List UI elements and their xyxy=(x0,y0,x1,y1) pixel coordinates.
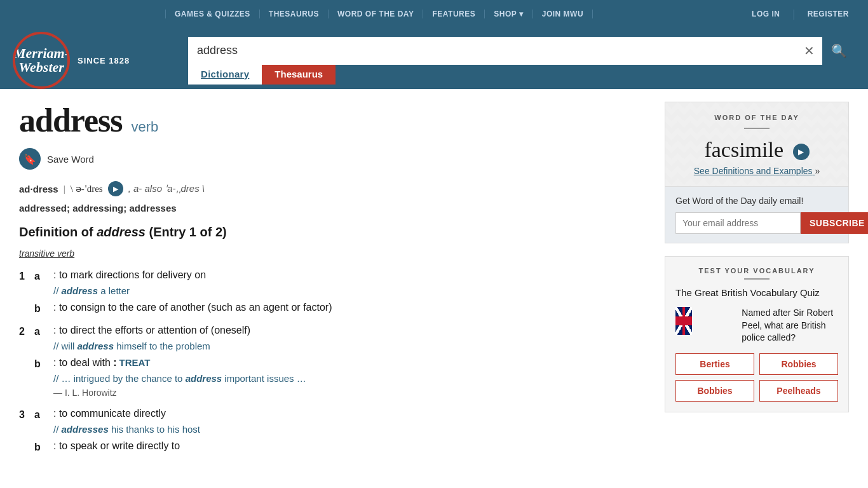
wotd-card: WORD OF THE DAY facsimile ▶ See Definiti… xyxy=(665,102,849,243)
definition-block-2: 2 a : to direct the efforts or attention… xyxy=(19,323,646,400)
pos-label[interactable]: transitive verb xyxy=(19,248,646,259)
phonetic-text: \ ə-ˈdres xyxy=(71,183,103,194)
word-pos: verb xyxy=(132,119,159,135)
logo-area: Merriam- Webster SINCE 1828 xyxy=(13,32,178,89)
search-input[interactable] xyxy=(188,37,796,65)
pronunciation-divider: | xyxy=(64,184,65,194)
features-link[interactable]: FEATURES xyxy=(423,10,485,18)
def-text: : to direct the efforts or attention of … xyxy=(53,323,646,338)
def-number xyxy=(19,355,34,400)
vocab-card: TEST YOUR VOCABULARY The Great British V… xyxy=(665,256,849,412)
email-input[interactable] xyxy=(675,212,801,234)
also-pronunciation: , a- also ˈa-ˌˌdres \ xyxy=(128,183,205,194)
attribution: — I. L. Horowitz xyxy=(53,386,646,400)
inflections: addressed; addressing; addresses xyxy=(19,203,646,214)
vocab-answer-bobbies[interactable]: Bobbies xyxy=(675,380,754,402)
vocab-answer-berties[interactable]: Berties xyxy=(675,353,754,375)
def-letter-a: a xyxy=(34,323,53,353)
top-navigation: GAMES & QUIZZES THESAURUS WORD OF THE DA… xyxy=(0,0,868,28)
def-row-3b: b : to speak or write directly to xyxy=(19,438,646,455)
def-number xyxy=(19,300,34,316)
def-example: // … intrigued by the chance to address … xyxy=(53,372,646,385)
search-button[interactable]: 🔍 xyxy=(822,37,855,65)
def-content-1b: : to consign to the care of another (suc… xyxy=(53,300,646,316)
word-title: address xyxy=(19,102,123,139)
pronunciation: ad·​dress | \ ə-ˈdres ▶ , a- also ˈa-ˌˌd… xyxy=(19,181,646,196)
def-row-2a: 2 a : to direct the efforts or attention… xyxy=(19,323,646,353)
audio-icon: ▶ xyxy=(798,147,804,157)
vocab-answer-peelheads[interactable]: Peelheads xyxy=(759,380,838,402)
games-quizzes-link[interactable]: GAMES & QUIZZES xyxy=(165,10,260,18)
join-mwu-link[interactable]: JOIN MWU xyxy=(533,10,593,18)
definition-heading: Definition of address (Entry 1 of 2) xyxy=(19,225,646,240)
save-word-row: 🔖 Save Word xyxy=(19,148,646,170)
vocab-divider xyxy=(744,278,770,280)
word-heading: address verb xyxy=(19,102,646,139)
def-content-2a: : to direct the efforts or attention of … xyxy=(53,323,646,353)
wotd-inner: WORD OF THE DAY facsimile ▶ See Definiti… xyxy=(665,102,848,186)
def-number: 2 xyxy=(19,323,34,353)
email-section: Get Word of the Day daily email! SUBSCRI… xyxy=(665,186,848,243)
vocab-quiz-title: The Great British Vocabulary Quiz xyxy=(675,287,838,298)
logo-circle[interactable]: Merriam- Webster xyxy=(13,32,70,89)
def-text: : to deal with :TREAT xyxy=(53,355,646,370)
def-letter-a: a xyxy=(34,268,53,297)
tab-dictionary[interactable]: Dictionary xyxy=(188,65,262,85)
def-content-1a: : to mark directions for delivery on // … xyxy=(53,268,646,297)
search-tabs: Dictionary Thesaurus xyxy=(188,65,855,85)
def-text: : to consign to the care of another (suc… xyxy=(53,300,646,315)
vocab-answers: Berties Robbies Bobbies Peelheads xyxy=(675,353,838,402)
wotd-label: WORD OF THE DAY xyxy=(678,114,836,121)
subscribe-button[interactable]: SUBSCRIBE xyxy=(801,212,868,234)
def-content-3b: : to speak or write directly to xyxy=(53,438,646,455)
clear-search-button[interactable]: ✕ xyxy=(796,37,822,65)
search-area: ✕ 🔍 Dictionary Thesaurus xyxy=(188,37,855,85)
vocab-title: TEST YOUR VOCABULARY xyxy=(675,267,838,274)
content-area: address verb 🔖 Save Word ad·​dress | \ ə… xyxy=(19,102,646,461)
definition-block-3: 3 a : to communicate directly // address… xyxy=(19,406,646,455)
def-row-3a: 3 a : to communicate directly // address… xyxy=(19,406,646,436)
def-letter-b: b xyxy=(34,300,53,316)
nav-links: GAMES & QUIZZES THESAURUS WORD OF THE DA… xyxy=(13,10,745,18)
def-number: 1 xyxy=(19,268,34,297)
wotd-see-link: See Definitions and Examples » xyxy=(678,166,836,176)
auth-links: LOG IN | REGISTER xyxy=(745,8,855,20)
wotd-word: facsimile ▶ xyxy=(678,138,836,162)
vocab-question-text: Named after Sir Robert Peel, what are Br… xyxy=(742,307,838,344)
save-word-label: Save Word xyxy=(47,154,94,165)
save-word-button[interactable]: 🔖 xyxy=(19,148,41,170)
def-letter-b: b xyxy=(34,355,53,400)
def-example: // will address himself to the problem xyxy=(53,339,646,353)
thesaurus-nav-link[interactable]: THESAURUS xyxy=(260,10,329,18)
word-of-day-link[interactable]: WORD OF THE DAY xyxy=(329,10,423,18)
def-content-2b: : to deal with :TREAT // … intrigued by … xyxy=(53,355,646,400)
wotd-audio-button[interactable]: ▶ xyxy=(793,144,810,160)
main-wrapper: address verb 🔖 Save Word ad·​dress | \ ə… xyxy=(0,89,868,474)
def-letter-b: b xyxy=(34,438,53,455)
def-example: // address a letter xyxy=(53,284,646,297)
def-number: 3 xyxy=(19,406,34,436)
login-link[interactable]: LOG IN xyxy=(745,10,786,18)
def-text: : to speak or write directly to xyxy=(53,438,646,454)
shop-link[interactable]: SHOP ▾ xyxy=(485,10,533,18)
word-syllables: ad·​dress xyxy=(19,184,58,194)
def-letter-a: a xyxy=(34,406,53,436)
vocab-question-row: Named after Sir Robert Peel, what are Br… xyxy=(675,307,838,344)
def-text: : to mark directions for delivery on xyxy=(53,268,646,283)
tab-thesaurus[interactable]: Thesaurus xyxy=(262,65,336,85)
uk-flag-image xyxy=(675,307,692,335)
audio-button[interactable]: ▶ xyxy=(108,181,123,196)
def-content-3a: : to communicate directly // addresses h… xyxy=(53,406,646,436)
logo-text: Merriam- Webster xyxy=(13,46,69,74)
header: Merriam- Webster SINCE 1828 ✕ 🔍 Dictiona… xyxy=(0,28,868,89)
vocab-answer-robbies[interactable]: Robbies xyxy=(759,353,838,375)
register-link[interactable]: REGISTER xyxy=(801,10,855,18)
treat-link[interactable]: TREAT xyxy=(119,357,151,368)
definition-block-1: 1 a : to mark directions for delivery on… xyxy=(19,268,646,316)
wotd-see-anchor[interactable]: See Definitions and Examples xyxy=(694,166,815,176)
search-icon: 🔍 xyxy=(831,43,847,58)
wotd-divider xyxy=(744,128,770,129)
def-example: // addresses his thanks to his host xyxy=(53,423,646,436)
def-row-2b: b : to deal with :TREAT // … intrigued b… xyxy=(19,355,646,400)
audio-icon: ▶ xyxy=(113,185,118,193)
